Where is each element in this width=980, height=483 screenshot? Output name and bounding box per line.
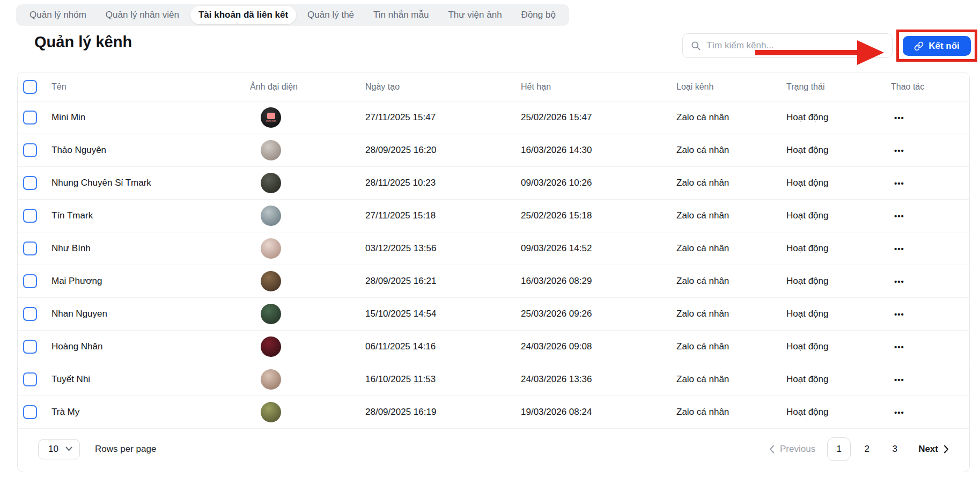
avatar: mini min: [261, 107, 281, 128]
row-actions-button[interactable]: •••: [891, 144, 908, 157]
created-date: 28/09/2025 16:20: [365, 145, 521, 156]
channel-name: Tín Tmark: [51, 210, 250, 221]
next-label: Next: [918, 444, 938, 455]
status-text: Hoạt động: [786, 210, 891, 221]
connect-button[interactable]: Kết nối: [903, 36, 971, 56]
expire-date: 09/03/2026 14:52: [521, 243, 676, 254]
channels-table-card: Tên Ảnh đại diện Ngày tạo Hết hạn Loại k…: [17, 72, 970, 472]
row-checkbox[interactable]: [23, 307, 37, 321]
tab-quan-ly-nhom[interactable]: Quản lý nhóm: [21, 6, 94, 24]
avatar: [261, 173, 281, 193]
tab-tai-khoan-da-lien-ket[interactable]: Tài khoản đã liên kết: [190, 6, 296, 24]
status-text: Hoạt động: [786, 374, 891, 385]
row-checkbox[interactable]: [23, 340, 37, 354]
search-icon: [690, 40, 701, 51]
page-button-1[interactable]: 1: [827, 437, 851, 461]
expire-date: 24/03/2026 13:36: [521, 374, 676, 385]
created-date: 06/11/2025 14:16: [365, 341, 521, 352]
expire-date: 09/03/2026 10:26: [521, 178, 676, 188]
chevron-right-icon: [944, 445, 949, 453]
avatar: [261, 304, 281, 324]
select-all-checkbox[interactable]: [23, 80, 37, 94]
rows-per-page-value: 10: [48, 444, 58, 455]
row-checkbox[interactable]: [23, 209, 37, 223]
status-text: Hoạt động: [786, 112, 891, 123]
status-text: Hoạt động: [786, 276, 891, 287]
col-header-type: Loại kênh: [676, 82, 786, 92]
expire-date: 25/02/2026 15:47: [521, 112, 676, 123]
row-checkbox[interactable]: [23, 274, 37, 288]
col-header-expires: Hết hạn: [521, 82, 676, 92]
page-button-3[interactable]: 3: [883, 437, 907, 461]
channel-type: Zalo cá nhân: [676, 145, 786, 156]
next-page-button[interactable]: Next: [918, 444, 949, 455]
col-header-avatar: Ảnh đại diện: [250, 82, 365, 92]
previous-page-button[interactable]: Previous: [769, 444, 815, 455]
channel-name: Trà My: [51, 407, 250, 418]
row-actions-button[interactable]: •••: [891, 308, 908, 321]
channel-type: Zalo cá nhân: [676, 210, 786, 221]
search-input[interactable]: [706, 40, 885, 51]
link-icon: [914, 41, 924, 51]
expire-date: 24/03/2026 09:08: [521, 341, 676, 352]
table-row: Mai Phương 28/09/2025 16:21 16/03/2026 0…: [18, 265, 969, 298]
table-header-row: Tên Ảnh đại diện Ngày tạo Hết hạn Loại k…: [18, 72, 969, 101]
tab-quan-ly-nhan-vien[interactable]: Quản lý nhân viên: [98, 6, 187, 24]
rows-per-page-label: Rows per page: [95, 444, 156, 455]
row-actions-button[interactable]: •••: [891, 242, 908, 255]
tab-tin-nhan-mau[interactable]: Tin nhắn mẫu: [365, 6, 437, 24]
status-text: Hoạt động: [786, 178, 891, 188]
avatar: [261, 336, 281, 357]
rows-per-page-select[interactable]: 10: [38, 439, 80, 459]
created-date: 27/11/2025 15:18: [365, 210, 521, 221]
row-checkbox[interactable]: [23, 372, 37, 386]
channel-name: Mai Phương: [51, 276, 250, 287]
tab-thu-vien-anh[interactable]: Thư viện ảnh: [440, 6, 510, 24]
row-actions-button[interactable]: •••: [891, 111, 908, 125]
channel-type: Zalo cá nhân: [676, 112, 786, 123]
table-row: Thảo Nguyên 28/09/2025 16:20 16/03/2026 …: [18, 134, 969, 167]
channel-name: Mini Min: [51, 112, 250, 123]
rows-per-page-group: 10 Rows per page: [38, 439, 156, 459]
previous-label: Previous: [780, 444, 815, 455]
created-date: 28/09/2025 16:21: [365, 276, 521, 287]
created-date: 28/11/2025 10:23: [365, 178, 521, 188]
channel-name: Như Bình: [51, 243, 250, 254]
avatar: [261, 238, 281, 259]
status-text: Hoạt động: [786, 341, 891, 352]
table-row: Mini Min mini min 27/11/2025 15:47 25/02…: [18, 101, 969, 134]
connect-button-label: Kết nối: [929, 41, 960, 52]
table-row: Nhung Chuyên Sỉ Tmark 28/11/2025 10:23 0…: [18, 167, 969, 200]
chevron-left-icon: [769, 445, 775, 453]
col-header-name: Tên: [51, 82, 250, 92]
channel-type: Zalo cá nhân: [676, 243, 786, 254]
status-text: Hoạt động: [786, 309, 891, 319]
row-actions-button[interactable]: •••: [891, 373, 908, 386]
channel-type: Zalo cá nhân: [676, 407, 786, 418]
row-checkbox[interactable]: [23, 405, 37, 419]
row-checkbox[interactable]: [23, 176, 37, 190]
row-checkbox[interactable]: [23, 241, 37, 255]
chevron-down-icon: [65, 447, 72, 451]
page-button-2[interactable]: 2: [855, 437, 879, 461]
row-actions-button[interactable]: •••: [891, 340, 908, 354]
row-actions-button[interactable]: •••: [891, 406, 908, 419]
channel-type: Zalo cá nhân: [676, 178, 786, 188]
row-checkbox[interactable]: [23, 143, 37, 157]
row-checkbox[interactable]: [23, 111, 37, 125]
status-text: Hoạt động: [786, 145, 891, 156]
tab-dong-bo[interactable]: Đồng bộ: [513, 6, 564, 24]
channel-type: Zalo cá nhân: [676, 374, 786, 385]
table-row: Hoàng Nhân 06/11/2025 14:16 24/03/2026 0…: [18, 331, 969, 363]
col-header-created: Ngày tạo: [365, 82, 521, 92]
col-header-actions: Thao tác: [891, 82, 969, 92]
pagination: Previous 1 2 3 Next: [769, 437, 949, 461]
expire-date: 16/03/2026 08:29: [521, 276, 676, 287]
tab-quan-ly-the[interactable]: Quản lý thẻ: [299, 6, 362, 24]
avatar: [261, 140, 281, 160]
channel-type: Zalo cá nhân: [676, 309, 786, 319]
status-text: Hoạt động: [786, 407, 891, 418]
row-actions-button[interactable]: •••: [891, 177, 908, 190]
row-actions-button[interactable]: •••: [891, 209, 908, 223]
row-actions-button[interactable]: •••: [891, 275, 908, 288]
